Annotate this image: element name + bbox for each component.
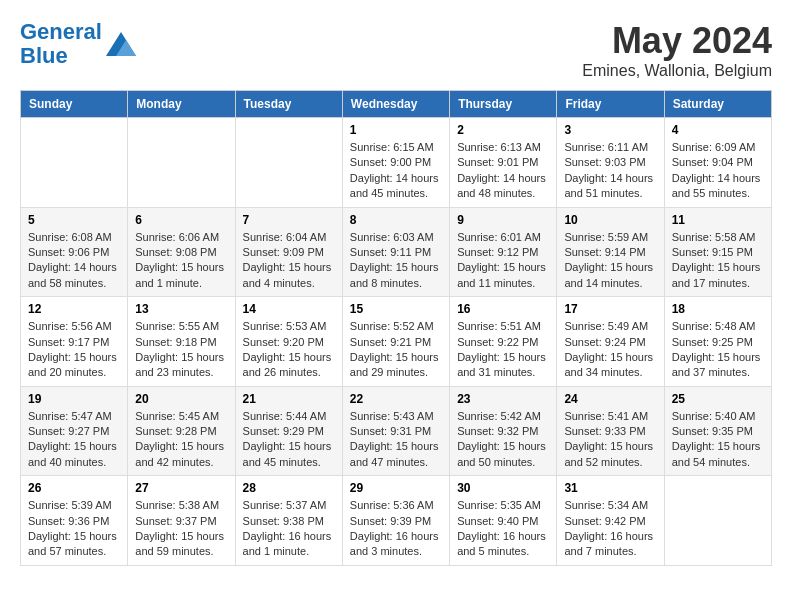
title-block: May 2024 Emines, Wallonia, Belgium (582, 20, 772, 80)
calendar-cell: 11Sunrise: 5:58 AM Sunset: 9:15 PM Dayli… (664, 207, 771, 297)
calendar-cell (128, 118, 235, 208)
weekday-header-friday: Friday (557, 91, 664, 118)
day-info: Sunrise: 6:09 AM Sunset: 9:04 PM Dayligh… (672, 140, 764, 202)
day-number: 25 (672, 392, 764, 406)
day-info: Sunrise: 5:53 AM Sunset: 9:20 PM Dayligh… (243, 319, 335, 381)
logo-text: GeneralBlue (20, 20, 102, 68)
day-info: Sunrise: 5:41 AM Sunset: 9:33 PM Dayligh… (564, 409, 656, 471)
calendar-cell: 20Sunrise: 5:45 AM Sunset: 9:28 PM Dayli… (128, 386, 235, 476)
day-info: Sunrise: 5:34 AM Sunset: 9:42 PM Dayligh… (564, 498, 656, 560)
day-info: Sunrise: 5:49 AM Sunset: 9:24 PM Dayligh… (564, 319, 656, 381)
calendar-cell: 21Sunrise: 5:44 AM Sunset: 9:29 PM Dayli… (235, 386, 342, 476)
calendar-cell: 16Sunrise: 5:51 AM Sunset: 9:22 PM Dayli… (450, 297, 557, 387)
day-info: Sunrise: 5:58 AM Sunset: 9:15 PM Dayligh… (672, 230, 764, 292)
day-info: Sunrise: 6:08 AM Sunset: 9:06 PM Dayligh… (28, 230, 120, 292)
day-number: 29 (350, 481, 442, 495)
page-header: GeneralBlue May 2024 Emines, Wallonia, B… (20, 20, 772, 80)
day-number: 3 (564, 123, 656, 137)
day-info: Sunrise: 5:59 AM Sunset: 9:14 PM Dayligh… (564, 230, 656, 292)
calendar-cell (21, 118, 128, 208)
day-info: Sunrise: 6:11 AM Sunset: 9:03 PM Dayligh… (564, 140, 656, 202)
day-number: 20 (135, 392, 227, 406)
day-number: 4 (672, 123, 764, 137)
calendar-week-1: 1Sunrise: 6:15 AM Sunset: 9:00 PM Daylig… (21, 118, 772, 208)
subtitle: Emines, Wallonia, Belgium (582, 62, 772, 80)
calendar-week-5: 26Sunrise: 5:39 AM Sunset: 9:36 PM Dayli… (21, 476, 772, 566)
day-info: Sunrise: 5:47 AM Sunset: 9:27 PM Dayligh… (28, 409, 120, 471)
calendar-week-3: 12Sunrise: 5:56 AM Sunset: 9:17 PM Dayli… (21, 297, 772, 387)
weekday-header-monday: Monday (128, 91, 235, 118)
day-number: 24 (564, 392, 656, 406)
day-number: 12 (28, 302, 120, 316)
logo-icon (106, 32, 136, 56)
calendar-cell: 22Sunrise: 5:43 AM Sunset: 9:31 PM Dayli… (342, 386, 449, 476)
calendar-cell: 23Sunrise: 5:42 AM Sunset: 9:32 PM Dayli… (450, 386, 557, 476)
calendar-cell: 3Sunrise: 6:11 AM Sunset: 9:03 PM Daylig… (557, 118, 664, 208)
day-number: 28 (243, 481, 335, 495)
calendar-cell: 17Sunrise: 5:49 AM Sunset: 9:24 PM Dayli… (557, 297, 664, 387)
day-number: 30 (457, 481, 549, 495)
day-info: Sunrise: 6:13 AM Sunset: 9:01 PM Dayligh… (457, 140, 549, 202)
day-number: 16 (457, 302, 549, 316)
calendar-header: SundayMondayTuesdayWednesdayThursdayFrid… (21, 91, 772, 118)
weekday-header-saturday: Saturday (664, 91, 771, 118)
calendar-cell: 6Sunrise: 6:06 AM Sunset: 9:08 PM Daylig… (128, 207, 235, 297)
day-info: Sunrise: 6:03 AM Sunset: 9:11 PM Dayligh… (350, 230, 442, 292)
weekday-header-wednesday: Wednesday (342, 91, 449, 118)
day-info: Sunrise: 6:01 AM Sunset: 9:12 PM Dayligh… (457, 230, 549, 292)
day-info: Sunrise: 5:39 AM Sunset: 9:36 PM Dayligh… (28, 498, 120, 560)
day-info: Sunrise: 5:51 AM Sunset: 9:22 PM Dayligh… (457, 319, 549, 381)
day-number: 27 (135, 481, 227, 495)
day-info: Sunrise: 5:40 AM Sunset: 9:35 PM Dayligh… (672, 409, 764, 471)
calendar-cell: 2Sunrise: 6:13 AM Sunset: 9:01 PM Daylig… (450, 118, 557, 208)
day-number: 18 (672, 302, 764, 316)
calendar-cell: 10Sunrise: 5:59 AM Sunset: 9:14 PM Dayli… (557, 207, 664, 297)
day-number: 19 (28, 392, 120, 406)
day-info: Sunrise: 5:48 AM Sunset: 9:25 PM Dayligh… (672, 319, 764, 381)
calendar-cell: 30Sunrise: 5:35 AM Sunset: 9:40 PM Dayli… (450, 476, 557, 566)
weekday-header-sunday: Sunday (21, 91, 128, 118)
day-number: 14 (243, 302, 335, 316)
day-number: 2 (457, 123, 549, 137)
day-number: 1 (350, 123, 442, 137)
day-number: 8 (350, 213, 442, 227)
day-number: 5 (28, 213, 120, 227)
calendar-cell (235, 118, 342, 208)
calendar-cell: 13Sunrise: 5:55 AM Sunset: 9:18 PM Dayli… (128, 297, 235, 387)
calendar-week-2: 5Sunrise: 6:08 AM Sunset: 9:06 PM Daylig… (21, 207, 772, 297)
calendar-cell: 31Sunrise: 5:34 AM Sunset: 9:42 PM Dayli… (557, 476, 664, 566)
calendar-cell: 9Sunrise: 6:01 AM Sunset: 9:12 PM Daylig… (450, 207, 557, 297)
calendar-cell: 25Sunrise: 5:40 AM Sunset: 9:35 PM Dayli… (664, 386, 771, 476)
calendar-cell: 14Sunrise: 5:53 AM Sunset: 9:20 PM Dayli… (235, 297, 342, 387)
day-info: Sunrise: 6:06 AM Sunset: 9:08 PM Dayligh… (135, 230, 227, 292)
calendar-cell: 15Sunrise: 5:52 AM Sunset: 9:21 PM Dayli… (342, 297, 449, 387)
day-info: Sunrise: 5:35 AM Sunset: 9:40 PM Dayligh… (457, 498, 549, 560)
weekday-header-tuesday: Tuesday (235, 91, 342, 118)
day-number: 10 (564, 213, 656, 227)
calendar-cell: 19Sunrise: 5:47 AM Sunset: 9:27 PM Dayli… (21, 386, 128, 476)
day-info: Sunrise: 5:52 AM Sunset: 9:21 PM Dayligh… (350, 319, 442, 381)
day-number: 9 (457, 213, 549, 227)
day-number: 22 (350, 392, 442, 406)
day-number: 11 (672, 213, 764, 227)
day-info: Sunrise: 5:44 AM Sunset: 9:29 PM Dayligh… (243, 409, 335, 471)
day-info: Sunrise: 5:56 AM Sunset: 9:17 PM Dayligh… (28, 319, 120, 381)
month-title: May 2024 (582, 20, 772, 62)
calendar-week-4: 19Sunrise: 5:47 AM Sunset: 9:27 PM Dayli… (21, 386, 772, 476)
calendar-cell: 24Sunrise: 5:41 AM Sunset: 9:33 PM Dayli… (557, 386, 664, 476)
day-number: 6 (135, 213, 227, 227)
calendar-cell: 8Sunrise: 6:03 AM Sunset: 9:11 PM Daylig… (342, 207, 449, 297)
day-number: 26 (28, 481, 120, 495)
day-number: 7 (243, 213, 335, 227)
calendar-cell: 4Sunrise: 6:09 AM Sunset: 9:04 PM Daylig… (664, 118, 771, 208)
day-info: Sunrise: 5:55 AM Sunset: 9:18 PM Dayligh… (135, 319, 227, 381)
calendar-body: 1Sunrise: 6:15 AM Sunset: 9:00 PM Daylig… (21, 118, 772, 566)
calendar-table: SundayMondayTuesdayWednesdayThursdayFrid… (20, 90, 772, 566)
day-number: 15 (350, 302, 442, 316)
calendar-cell: 29Sunrise: 5:36 AM Sunset: 9:39 PM Dayli… (342, 476, 449, 566)
calendar-cell: 5Sunrise: 6:08 AM Sunset: 9:06 PM Daylig… (21, 207, 128, 297)
calendar-cell: 12Sunrise: 5:56 AM Sunset: 9:17 PM Dayli… (21, 297, 128, 387)
calendar-cell: 27Sunrise: 5:38 AM Sunset: 9:37 PM Dayli… (128, 476, 235, 566)
day-info: Sunrise: 5:42 AM Sunset: 9:32 PM Dayligh… (457, 409, 549, 471)
calendar-cell: 26Sunrise: 5:39 AM Sunset: 9:36 PM Dayli… (21, 476, 128, 566)
